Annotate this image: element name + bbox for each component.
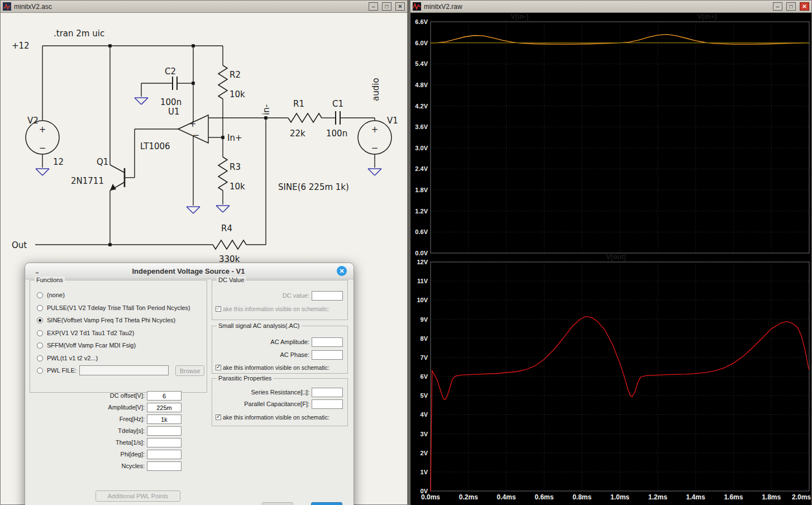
pwl-file-input[interactable] (79, 365, 169, 375)
ac-visible-label[interactable]: ake this information visible on schemati… (223, 364, 329, 371)
r4-name[interactable]: R4 (221, 223, 232, 234)
parasitic-legend: Parasitic Properties (217, 375, 273, 382)
c2-value[interactable]: 100n (160, 97, 181, 107)
parasitic-visible-label[interactable]: ake this information visible on schemati… (223, 414, 329, 421)
theta-input[interactable] (147, 438, 181, 447)
dc-visible-checkbox[interactable] (216, 306, 221, 312)
waveform-window-titlebar[interactable]: minitxV2.raw – □ ✕ (410, 1, 811, 13)
waveform-svg[interactable]: 6.6V6.0V5.4V4.8V4.2V3.6V3.0V2.4V1.8V1.2V… (410, 13, 811, 505)
param-label-theta: Theta[1/s]: (33, 438, 145, 447)
dialog-titlebar[interactable]: ⌄ Independent Voltage Source - V1 ✕ (25, 263, 354, 279)
radio-exp[interactable] (37, 330, 43, 336)
ac-amplitude-input[interactable] (312, 337, 343, 347)
q1-part[interactable]: 2N1711 (71, 176, 104, 186)
r1-value[interactable]: 22k (290, 128, 305, 139)
source-V2[interactable]: + − (26, 121, 59, 154)
v1-minus-mark: − (371, 143, 379, 153)
opamp-plus-mark: + (189, 119, 197, 129)
tdelay-input[interactable] (147, 426, 181, 436)
ac-phase-input[interactable] (312, 350, 343, 360)
resistor-R2[interactable] (218, 65, 227, 99)
dc-offset-input[interactable] (147, 391, 181, 401)
waveform-plot-area[interactable]: 6.6V6.0V5.4V4.8V4.2V3.6V3.0V2.4V1.8V1.2V… (410, 13, 811, 505)
trace-label-V(in+)[interactable]: V(in+) (697, 13, 717, 21)
radio-pulse-label[interactable]: PULSE(V1 V2 Tdelay Trise Tfall Ton Perio… (47, 304, 190, 311)
radio-none[interactable] (37, 292, 43, 298)
resistor-R1[interactable] (288, 113, 322, 122)
radio-sffm[interactable] (37, 342, 43, 349)
ac-analysis-group: Small signal AC analysis(.AC) AC Amplitu… (212, 326, 348, 374)
radio-none-label[interactable]: (none) (47, 292, 65, 298)
ncycles-input[interactable] (147, 461, 181, 471)
v2-value[interactable]: 12 (53, 157, 64, 167)
maximize-button[interactable]: □ (786, 2, 796, 11)
capacitor-C1[interactable] (336, 111, 340, 125)
minimize-button[interactable]: – (773, 2, 782, 11)
q1-name[interactable]: Q1 (97, 157, 108, 167)
r3-name[interactable]: R3 (230, 162, 241, 172)
resistor-R4[interactable] (213, 240, 246, 249)
r2-name[interactable]: R2 (230, 70, 241, 80)
phi-input[interactable] (147, 450, 181, 459)
net-label-out[interactable]: Out (12, 240, 27, 250)
net-label-audio[interactable]: audio (371, 78, 381, 101)
svg-text:2V: 2V (421, 450, 428, 456)
amplitude-input[interactable] (147, 403, 181, 412)
v2-plus-mark: + (39, 125, 46, 135)
trace-label-V(out)[interactable]: V(out) (606, 253, 626, 261)
dialog-ok-button[interactable] (311, 502, 342, 505)
maximize-button[interactable]: □ (382, 2, 391, 11)
net-label-in-plus[interactable]: In+ (227, 133, 242, 143)
r2-value[interactable]: 10k (230, 89, 245, 99)
c1-value[interactable]: 100n (326, 128, 347, 139)
additional-pwl-points-button[interactable]: Additional PWL Points (95, 490, 180, 502)
parallel-capacitance-input[interactable] (312, 399, 343, 409)
chevron-down-icon[interactable]: ⌄ (34, 267, 40, 275)
schematic-window-titlebar[interactable]: minitxV2.asc – □ ✕ (1, 1, 407, 13)
v1-sine-value[interactable]: SINE(6 225m 1k) (278, 182, 349, 192)
svg-text:5V: 5V (421, 392, 428, 399)
net-label-in-minus[interactable]: in- (261, 104, 271, 115)
dc-visible-label[interactable]: ake this information visible on schemati… (223, 306, 329, 312)
ac-visible-checkbox[interactable] (216, 365, 221, 370)
radio-pwl-file[interactable] (37, 368, 43, 374)
series-resistance-input[interactable] (312, 388, 343, 397)
radio-pwl-file-label[interactable]: PWL FILE: (47, 367, 77, 374)
parasitic-visible-checkbox[interactable] (216, 415, 221, 420)
trace-label-V(in-)[interactable]: V(in-) (510, 13, 528, 21)
close-button[interactable]: ✕ (800, 2, 809, 11)
svg-text:6.0V: 6.0V (415, 40, 428, 46)
wires[interactable] (35, 46, 375, 245)
param-label-phi: Phi[deg]: (33, 450, 145, 459)
dc-value-input[interactable] (312, 291, 343, 301)
source-V1[interactable]: + − (358, 121, 391, 154)
close-button[interactable]: ✕ (395, 2, 405, 11)
dialog-close-icon[interactable]: ✕ (337, 266, 347, 276)
v1-name[interactable]: V1 (387, 116, 398, 126)
radio-pulse[interactable] (37, 305, 43, 311)
net-label-plus12[interactable]: +12 (12, 41, 30, 51)
dialog-cancel-button[interactable] (262, 502, 293, 505)
minimize-button[interactable]: – (369, 2, 378, 11)
svg-text:0.6V: 0.6V (415, 228, 428, 235)
u1-part[interactable]: LT1006 (140, 141, 170, 151)
c1-name[interactable]: C1 (332, 99, 343, 109)
opamp-U1[interactable]: + − (178, 115, 208, 143)
spice-directive[interactable]: .tran 2m uic (54, 28, 104, 39)
r1-name[interactable]: R1 (293, 99, 304, 109)
transistor-Q1[interactable] (110, 165, 125, 190)
radio-sine-label[interactable]: SINE(Voffset Vamp Freq Td Theta Phi Ncyc… (47, 317, 175, 323)
u1-name[interactable]: U1 (168, 107, 180, 117)
resistor-R3[interactable] (218, 157, 227, 190)
capacitor-C2[interactable] (173, 77, 177, 90)
v2-name[interactable]: V2 (27, 116, 39, 126)
radio-exp-label[interactable]: EXP(V1 V2 Td1 Tau1 Td2 Tau2) (47, 330, 134, 336)
radio-pwl[interactable] (37, 355, 43, 361)
radio-sffm-label[interactable]: SFFM(Voff Vamp Fcar MDI Fsig) (47, 342, 136, 349)
browse-button[interactable]: Browse (175, 365, 204, 376)
freq-input[interactable] (147, 415, 181, 424)
radio-pwl-label[interactable]: PWL(t1 v1 t2 v2...) (47, 355, 98, 361)
c2-name[interactable]: C2 (165, 66, 176, 77)
radio-sine[interactable] (37, 317, 43, 323)
r3-value[interactable]: 10k (230, 182, 245, 192)
